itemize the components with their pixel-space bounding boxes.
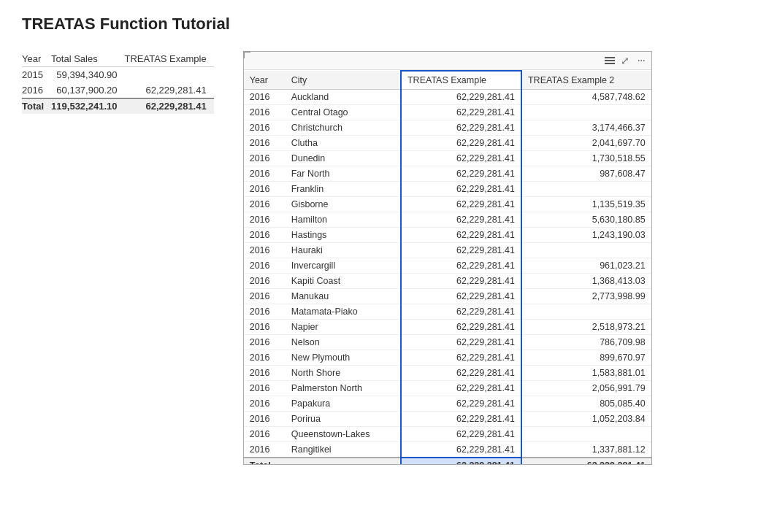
right-cell-city: Hauraki xyxy=(286,243,401,258)
right-cell-year: 2016 xyxy=(244,412,286,427)
right-cell-treatas: 62,229,281.41 xyxy=(401,136,521,151)
right-cell-city: Gisborne xyxy=(286,197,401,212)
right-cell-treatas: 62,229,281.41 xyxy=(401,366,521,381)
right-cell-treatas: 62,229,281.41 xyxy=(401,151,521,166)
right-cell-treatas2: 1,052,203.84 xyxy=(521,412,651,427)
right-table-row: 2016 Franklin 62,229,281.41 xyxy=(244,182,651,197)
right-cell-treatas: 62,229,281.41 xyxy=(401,274,521,289)
right-cell-city: Nelson xyxy=(286,335,401,350)
right-col-city: City xyxy=(286,71,401,90)
right-cell-treatas: 62,229,281.41 xyxy=(401,289,521,304)
right-cell-treatas: 62,229,281.41 xyxy=(401,90,521,105)
right-table-row: 2016 Napier 62,229,281.41 2,518,973.21 xyxy=(244,320,651,335)
right-cell-year: 2016 xyxy=(244,350,286,366)
right-cell-city: Napier xyxy=(286,320,401,335)
right-table-row: 2016 Matamata-Piako 62,229,281.41 xyxy=(244,304,651,320)
left-cell-year: 2016 xyxy=(22,82,51,99)
right-cell-treatas2: 3,174,466.37 xyxy=(521,120,651,136)
right-cell-treatas2: 2,056,991.79 xyxy=(521,381,651,396)
right-cell-city: Far North xyxy=(286,166,401,182)
right-cell-year: 2016 xyxy=(244,151,286,166)
right-cell-year: 2016 xyxy=(244,396,286,412)
right-total-treatas2: 62,229,281.41 xyxy=(521,458,651,464)
right-table: Year City TREATAS Example TREATAS Exampl… xyxy=(244,70,651,464)
left-col-total-sales: Total Sales xyxy=(51,51,124,67)
right-cell-year: 2016 xyxy=(244,120,286,136)
right-cell-treatas: 62,229,281.41 xyxy=(401,427,521,442)
right-cell-treatas: 62,229,281.41 xyxy=(401,442,521,458)
right-cell-treatas: 62,229,281.41 xyxy=(401,105,521,120)
left-table: Year Total Sales TREATAS Example 2015 59… xyxy=(22,51,214,114)
right-cell-treatas: 62,229,281.41 xyxy=(401,258,521,274)
right-table-row: 2016 Gisborne 62,229,281.41 1,135,519.35 xyxy=(244,197,651,212)
expand-icon[interactable]: ⤢ xyxy=(619,55,631,66)
right-table-row: 2016 Manukau 62,229,281.41 2,773,998.99 xyxy=(244,289,651,304)
right-cell-treatas: 62,229,281.41 xyxy=(401,335,521,350)
left-table-row: 2015 59,394,340.90 xyxy=(22,67,214,83)
right-cell-city: Porirua xyxy=(286,412,401,427)
right-col-year: Year xyxy=(244,71,286,90)
hamburger-icon[interactable] xyxy=(605,57,615,64)
right-cell-treatas2: 1,730,518.55 xyxy=(521,151,651,166)
content-area: Year Total Sales TREATAS Example 2015 59… xyxy=(22,51,755,465)
right-table-row: 2016 Christchurch 62,229,281.41 3,174,46… xyxy=(244,120,651,136)
right-cell-treatas2 xyxy=(521,105,651,120)
right-table-row: 2016 New Plymouth 62,229,281.41 899,670.… xyxy=(244,350,651,366)
resize-corner-tl[interactable] xyxy=(243,51,250,58)
right-cell-city: New Plymouth xyxy=(286,350,401,366)
right-table-row: 2016 North Shore 62,229,281.41 1,583,881… xyxy=(244,366,651,381)
right-table-row: 2016 Porirua 62,229,281.41 1,052,203.84 xyxy=(244,412,651,427)
right-cell-city: Queenstown-Lakes xyxy=(286,427,401,442)
left-total-row: Total 119,532,241.10 62,229,281.41 xyxy=(22,99,214,115)
right-total-row: Total 62,229,281.41 62,229,281.41 xyxy=(244,458,651,464)
right-cell-treatas: 62,229,281.41 xyxy=(401,350,521,366)
right-table-row: 2016 Dunedin 62,229,281.41 1,730,518.55 xyxy=(244,151,651,166)
right-cell-treatas2 xyxy=(521,182,651,197)
left-cell-treatas xyxy=(124,67,213,83)
right-cell-treatas2: 2,773,998.99 xyxy=(521,289,651,304)
left-cell-treatas: 62,229,281.41 xyxy=(124,82,213,99)
right-table-row: 2016 Clutha 62,229,281.41 2,041,697.70 xyxy=(244,136,651,151)
right-table-row: 2016 Far North 62,229,281.41 987,608.47 xyxy=(244,166,651,182)
right-table-row: 2016 Central Otago 62,229,281.41 xyxy=(244,105,651,120)
right-cell-treatas2: 899,670.97 xyxy=(521,350,651,366)
left-total-sales: 119,532,241.10 xyxy=(51,99,124,115)
right-cell-year: 2016 xyxy=(244,258,286,274)
right-cell-year: 2016 xyxy=(244,228,286,243)
left-total-treatas: 62,229,281.41 xyxy=(124,99,213,115)
right-cell-treatas: 62,229,281.41 xyxy=(401,120,521,136)
right-total-treatas: 62,229,281.41 xyxy=(401,458,521,464)
right-cell-city: Christchurch xyxy=(286,120,401,136)
right-cell-treatas: 62,229,281.41 xyxy=(401,320,521,335)
right-total-label: Total xyxy=(244,458,286,464)
panel-icons: ⤢ ··· xyxy=(605,55,647,66)
left-col-treatas: TREATAS Example xyxy=(124,51,213,67)
right-cell-treatas: 62,229,281.41 xyxy=(401,304,521,320)
right-cell-year: 2016 xyxy=(244,304,286,320)
panel-topbar: ⤢ ··· xyxy=(244,52,651,70)
right-cell-treatas2: 1,583,881.01 xyxy=(521,366,651,381)
right-cell-city: Clutha xyxy=(286,136,401,151)
right-cell-year: 2016 xyxy=(244,427,286,442)
right-cell-year: 2016 xyxy=(244,335,286,350)
left-col-year: Year xyxy=(22,51,51,67)
right-cell-city: Dunedin xyxy=(286,151,401,166)
right-cell-year: 2016 xyxy=(244,182,286,197)
right-cell-treatas: 62,229,281.41 xyxy=(401,396,521,412)
left-cell-year: 2015 xyxy=(22,67,51,83)
right-cell-treatas2: 2,041,697.70 xyxy=(521,136,651,151)
ellipsis-icon[interactable]: ··· xyxy=(635,55,647,66)
right-table-row: 2016 Hamilton 62,229,281.41 5,630,180.85 xyxy=(244,212,651,228)
right-cell-year: 2016 xyxy=(244,243,286,258)
right-cell-year: 2016 xyxy=(244,166,286,182)
right-cell-treatas2: 5,630,180.85 xyxy=(521,212,651,228)
right-cell-treatas: 62,229,281.41 xyxy=(401,228,521,243)
right-cell-treatas2: 2,518,973.21 xyxy=(521,320,651,335)
right-cell-treatas2: 786,709.98 xyxy=(521,335,651,350)
right-cell-city: Matamata-Piako xyxy=(286,304,401,320)
right-table-container[interactable]: Year City TREATAS Example TREATAS Exampl… xyxy=(244,70,651,464)
right-cell-city: Central Otago xyxy=(286,105,401,120)
right-cell-treatas2: 1,135,519.35 xyxy=(521,197,651,212)
right-col-treatas2: TREATAS Example 2 xyxy=(521,71,651,90)
right-cell-city: North Shore xyxy=(286,366,401,381)
